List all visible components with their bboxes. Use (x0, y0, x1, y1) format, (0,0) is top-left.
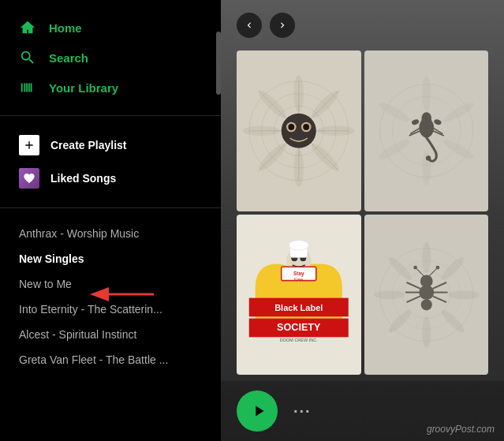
library-icon (19, 79, 36, 96)
watermark-text: groovyPost.com (427, 424, 495, 435)
svg-text:DOOM CREW INC.: DOOM CREW INC. (280, 337, 318, 342)
action-section: Create Playlist Liked Songs (0, 122, 221, 201)
home-icon (19, 19, 36, 36)
svg-point-69 (373, 290, 404, 299)
nav-divider (0, 115, 221, 116)
svg-point-21 (288, 124, 294, 130)
album-art-2[interactable] (364, 50, 489, 211)
search-label: Search (49, 51, 88, 65)
sidebar-item-search[interactable]: Search (0, 43, 221, 73)
more-options-button[interactable]: ··· (293, 402, 312, 420)
album-grid: Stay Free Black Label SOCIETY DOOM CREW … (221, 50, 504, 375)
main-content: Stay Free Black Label SOCIETY DOOM CREW … (221, 0, 504, 441)
create-playlist-icon-box (19, 135, 39, 155)
album-art-3[interactable]: Stay Free Black Label SOCIETY DOOM CREW … (237, 215, 361, 376)
forward-button[interactable] (270, 13, 295, 38)
playlist-into-eternity[interactable]: Into Eternity - The Scatterin... (0, 297, 221, 322)
playlist-divider (0, 207, 221, 208)
album-art-4[interactable] (364, 215, 489, 376)
svg-text:Black Label: Black Label (274, 303, 323, 312)
album-art-1[interactable] (237, 50, 361, 211)
svg-point-67 (422, 316, 431, 347)
svg-point-18 (282, 114, 316, 148)
playlist-new-to-me[interactable]: New to Me (0, 271, 221, 297)
playlist-alcest[interactable]: Alcest - Spiritual Instinct (0, 322, 221, 347)
sidebar-item-home[interactable]: Home (0, 13, 221, 43)
svg-point-73 (420, 299, 431, 310)
back-button[interactable] (237, 13, 262, 38)
svg-point-65 (448, 290, 479, 299)
play-button[interactable] (237, 391, 278, 432)
playlist-greta[interactable]: Greta Van Fleet - The Battle ... (0, 347, 221, 372)
svg-text:SOCIETY: SOCIETY (277, 322, 321, 333)
playlist-section: Anthrax - Worship Music New Singles New … (0, 215, 221, 441)
create-playlist-item[interactable]: Create Playlist (0, 129, 221, 162)
svg-point-22 (303, 124, 309, 130)
search-icon (19, 49, 36, 66)
home-label: Home (49, 21, 82, 35)
svg-point-33 (422, 151, 431, 185)
svg-point-30 (422, 76, 431, 110)
playlist-new-singles[interactable]: New Singles (0, 246, 221, 271)
svg-point-40 (425, 155, 430, 160)
library-label: Your Library (49, 81, 118, 95)
svg-point-83 (435, 265, 439, 269)
svg-point-50 (289, 240, 308, 250)
liked-songs-icon-box (19, 168, 39, 189)
svg-point-63 (422, 241, 431, 272)
svg-text:Free: Free (294, 277, 303, 282)
sidebar-item-library[interactable]: Your Library (0, 73, 221, 103)
sidebar: Home Search Your Library (0, 0, 221, 441)
playlist-anthrax[interactable]: Anthrax - Worship Music (0, 221, 221, 246)
create-playlist-label: Create Playlist (50, 139, 127, 151)
svg-point-37 (421, 112, 431, 125)
liked-songs-item[interactable]: Liked Songs (0, 162, 221, 195)
svg-point-82 (413, 265, 417, 269)
nav-section: Home Search Your Library (0, 0, 221, 109)
svg-point-72 (419, 285, 434, 300)
liked-songs-label: Liked Songs (50, 172, 116, 185)
svg-text:Stay: Stay (293, 271, 304, 277)
nav-controls (221, 0, 504, 50)
